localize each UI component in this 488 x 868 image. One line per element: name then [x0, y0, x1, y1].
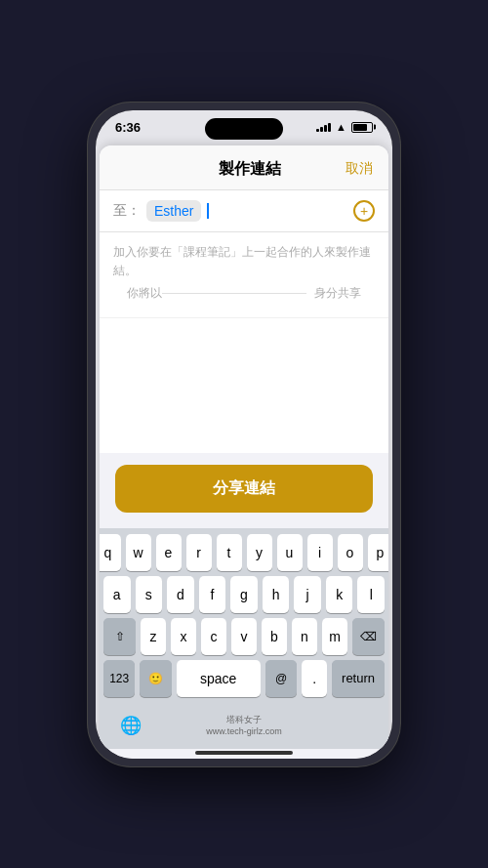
key-l[interactable]: l	[357, 576, 385, 613]
space-key[interactable]: space	[177, 660, 261, 697]
watermark-text: 塔科女子 www.tech-girlz.com	[146, 714, 342, 736]
recipient-tag[interactable]: Esther	[146, 200, 201, 222]
battery-fill	[353, 124, 367, 131]
watermark: 塔科女子 www.tech-girlz.com	[146, 714, 342, 736]
emoji-key[interactable]: 🙂	[140, 660, 171, 697]
key-t[interactable]: t	[217, 534, 242, 571]
key-s[interactable]: s	[136, 576, 163, 613]
share-link-button[interactable]: 分享連結	[115, 465, 373, 513]
watermark-line1: 塔科女子	[226, 715, 262, 724]
numbers-key[interactable]: 123	[103, 660, 135, 697]
key-q[interactable]: q	[100, 534, 121, 571]
delete-key[interactable]: ⌫	[352, 618, 385, 655]
key-c[interactable]: c	[201, 618, 226, 655]
key-b[interactable]: b	[262, 618, 287, 655]
dynamic-island	[205, 118, 283, 140]
identity-row: 你將以 身分共享	[113, 279, 375, 311]
sheet-title: 製作連結	[154, 159, 346, 180]
add-recipient-button[interactable]: +	[353, 200, 375, 222]
keyboard-row-2: a s d f g h j k l	[103, 576, 385, 613]
identity-prefix: 你將以	[127, 285, 162, 302]
key-f[interactable]: f	[199, 576, 226, 613]
key-r[interactable]: r	[186, 534, 212, 571]
signal-icon	[316, 123, 331, 132]
share-button-container: 分享連結	[100, 453, 388, 528]
home-indicator	[195, 751, 293, 755]
modal-sheet: 製作連結 取消 至： Esther + 加入你要在「課程筆記」上一起合作的人來製…	[100, 145, 388, 759]
status-time: 6:36	[115, 120, 141, 135]
battery-icon	[351, 122, 373, 133]
key-g[interactable]: g	[230, 576, 258, 613]
key-m[interactable]: m	[322, 618, 347, 655]
key-v[interactable]: v	[231, 618, 257, 655]
key-h[interactable]: h	[263, 576, 290, 613]
bottom-bar: 🌐 塔科女子 www.tech-girlz.com	[100, 706, 388, 749]
key-w[interactable]: w	[126, 534, 151, 571]
to-field[interactable]: 至： Esther +	[100, 190, 388, 232]
key-a[interactable]: a	[103, 576, 131, 613]
sheet-header: 製作連結 取消	[100, 145, 388, 190]
key-k[interactable]: k	[326, 576, 353, 613]
keyboard: q w e r t y u i o p a	[100, 528, 388, 706]
to-label: 至：	[113, 202, 141, 220]
text-cursor	[207, 203, 209, 219]
description-area: 加入你要在「課程筆記」上一起合作的人來製作連結。 你將以 身分共享	[100, 232, 388, 318]
key-i[interactable]: i	[307, 534, 333, 571]
description-text: 加入你要在「課程筆記」上一起合作的人來製作連結。	[113, 245, 371, 277]
identity-line	[162, 293, 306, 294]
key-o[interactable]: o	[338, 534, 363, 571]
keyboard-row-1: q w e r t y u i o p	[103, 534, 385, 571]
wifi-icon: ▲	[336, 121, 346, 133]
keyboard-row-3: ⇧ z x c v b n m ⌫	[103, 618, 385, 655]
keyboard-row-4: 123 🙂 space @ . return	[103, 660, 385, 697]
key-p[interactable]: p	[368, 534, 389, 571]
key-d[interactable]: d	[167, 576, 194, 613]
key-n[interactable]: n	[292, 618, 317, 655]
key-u[interactable]: u	[277, 534, 303, 571]
key-e[interactable]: e	[156, 534, 182, 571]
globe-key[interactable]: 🌐	[115, 710, 146, 741]
body-area	[100, 318, 388, 453]
key-y[interactable]: y	[247, 534, 272, 571]
cancel-button[interactable]: 取消	[346, 160, 373, 178]
status-icons: ▲	[316, 121, 373, 133]
key-j[interactable]: j	[294, 576, 321, 613]
period-key[interactable]: .	[302, 660, 327, 697]
phone-frame: 6:36 ▲	[88, 103, 400, 766]
phone-screen: 6:36 ▲	[96, 110, 392, 759]
share-link-label: 分享連結	[213, 479, 275, 496]
shift-key[interactable]: ⇧	[103, 618, 136, 655]
at-key[interactable]: @	[265, 660, 297, 697]
screen: 6:36 ▲	[96, 110, 392, 759]
identity-label: 身分共享	[314, 285, 361, 302]
return-key[interactable]: return	[332, 660, 385, 697]
key-x[interactable]: x	[171, 618, 196, 655]
key-z[interactable]: z	[141, 618, 166, 655]
content: 製作連結 取消 至： Esther + 加入你要在「課程筆記」上一起合作的人來製…	[96, 145, 392, 759]
watermark-line2: www.tech-girlz.com	[206, 726, 282, 736]
